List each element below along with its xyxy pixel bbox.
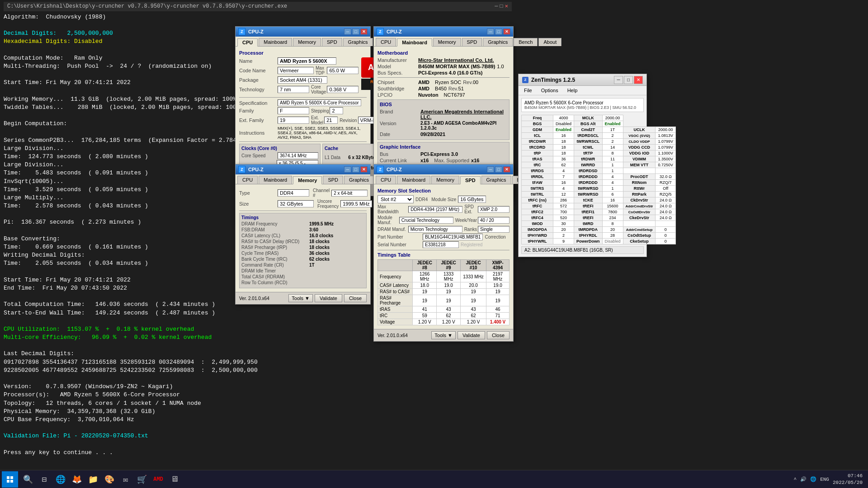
- tab-cpu-4[interactable]: CPU: [376, 176, 396, 184]
- max-tdp: 65.0 W: [327, 67, 359, 74]
- processor-section-title: Processor: [239, 50, 367, 56]
- cpuz-bottombar-4: Ver. 2.01.0.x64 Tools ▼ Validate Close: [374, 329, 513, 341]
- taskbar-mail[interactable]: ✉: [118, 472, 133, 487]
- cpuz-close-3[interactable]: ✕: [360, 166, 368, 173]
- spd-trc-j9: 62: [437, 313, 461, 319]
- taskbar-lang: ENG: [820, 477, 829, 482]
- tab-mainboard-4[interactable]: Mainboard: [397, 176, 430, 184]
- tab-memory-4[interactable]: Memory: [431, 176, 459, 184]
- gi-bus: PCI-Express 3.0: [420, 151, 458, 157]
- tab-bench-2[interactable]: Bench: [514, 38, 538, 46]
- zt-cpu-name: AMD Ryzen 5 5600X 6-Core Processor: [524, 100, 641, 105]
- zt-menu-options[interactable]: Options: [539, 87, 560, 94]
- tab-mainboard-3[interactable]: Mainboard: [259, 176, 292, 184]
- tools-btn-4[interactable]: Tools ▼: [431, 331, 456, 339]
- bios-brand[interactable]: American Megatrends International LLC.: [420, 109, 507, 120]
- terminal-line: CPU Base Frequency: 3,700,010,064 Hz: [4, 416, 512, 424]
- tools-btn-3[interactable]: Tools ▼: [288, 294, 313, 302]
- spd-cl-j9: 19.0: [437, 282, 461, 289]
- taskbar-network[interactable]: 🌐: [810, 476, 816, 482]
- cpuz-minimize-3[interactable]: ─: [344, 166, 351, 173]
- tab-memory-2[interactable]: Memory: [433, 38, 461, 46]
- close-btn-4[interactable]: Close: [487, 331, 509, 339]
- spd-cl-j10: 20.0: [461, 282, 486, 289]
- tab-cpu-2[interactable]: CPU: [376, 38, 396, 46]
- tab-about-2[interactable]: About: [538, 38, 561, 46]
- taskbar-extra[interactable]: 🖥: [167, 472, 182, 487]
- zt-maximize[interactable]: □: [624, 76, 633, 84]
- taskbar-tray-expand[interactable]: ^: [794, 477, 797, 482]
- zt-bottom-info: A2: BLM16G44C19U4B.M8FB1 (16GB, SR): [521, 246, 644, 254]
- mem-channel: 2 x 64-bit: [331, 190, 368, 197]
- tab-cpu-3[interactable]: CPU: [237, 176, 258, 184]
- taskbar-amd[interactable]: AMD: [151, 472, 165, 487]
- zt-minimize[interactable]: ─: [614, 76, 623, 84]
- terminal-line: Validation File: Pi - 20220520-074350.tx…: [4, 432, 512, 440]
- tab-memory-3[interactable]: Memory: [293, 176, 322, 184]
- cpuz-maximize-3[interactable]: □: [352, 166, 359, 173]
- mb-bus-specs: PCI-Express 4.0 (16.0 GT/s): [418, 70, 482, 75]
- taskbar-explorer[interactable]: 📁: [86, 472, 100, 487]
- tab-spd-4[interactable]: SPD: [460, 176, 481, 184]
- validate-btn-3[interactable]: Validate: [315, 294, 342, 302]
- taskbar-edge[interactable]: 🌐: [53, 472, 68, 487]
- cpuz-close-1[interactable]: ✕: [360, 28, 368, 35]
- dram-freq: 1999.5 MHz: [309, 221, 334, 226]
- cpuz-window-4: Z CPU-Z ─ □ ✕ CPU Mainboard Memory SPD G…: [373, 164, 514, 342]
- cpuz-tabs-4: CPU Mainboard Memory SPD Graphics Bench …: [374, 174, 513, 184]
- tab-graphics-4[interactable]: Graphics: [481, 176, 511, 184]
- slot-select[interactable]: Slot #2: [377, 195, 414, 203]
- ext-model: 21: [324, 117, 338, 124]
- tab-memory-1[interactable]: Memory: [293, 38, 321, 46]
- cpuz-maximize-4[interactable]: □: [495, 166, 502, 173]
- tab-spd-2[interactable]: SPD: [462, 38, 482, 46]
- tab-mainboard-2[interactable]: Mainboard: [397, 38, 432, 47]
- cpuz-maximize-1[interactable]: □: [352, 28, 359, 35]
- start-button[interactable]: [2, 471, 18, 488]
- zt-menu-help[interactable]: Help: [566, 87, 580, 94]
- taskbar-search[interactable]: 🔍: [21, 472, 35, 487]
- taskbar-volume[interactable]: 🔊: [800, 476, 807, 482]
- cpuz-close-2[interactable]: ✕: [503, 28, 510, 35]
- spd-rp-j8: 19: [413, 295, 437, 306]
- taskbar-store[interactable]: 🛒: [135, 472, 149, 487]
- week-year: 40 / 20: [478, 217, 509, 224]
- cpuz-minimize-1[interactable]: ─: [344, 28, 351, 35]
- tab-graphics-3[interactable]: Graphics: [344, 176, 374, 184]
- cpuz-maximize-2[interactable]: □: [495, 28, 502, 35]
- close-btn-3[interactable]: Close: [344, 294, 367, 302]
- zt-close[interactable]: ✕: [634, 76, 643, 84]
- taskbar-task-view[interactable]: ⊟: [37, 472, 52, 487]
- terminal-line: [4, 342, 512, 350]
- mb-manufacturer[interactable]: Micro-Star International Co. Ltd.: [418, 57, 494, 63]
- spd-section-title: Memory Slot Selection: [377, 188, 509, 193]
- spd-tras-j10: 43: [461, 306, 486, 313]
- tab-cpu-1[interactable]: CPU: [237, 38, 258, 47]
- tab-spd-3[interactable]: SPD: [323, 176, 343, 184]
- terminal-line: [4, 441, 512, 449]
- lpcio-name: NCT6797: [444, 92, 465, 98]
- taskbar-paint[interactable]: 🎨: [102, 472, 117, 487]
- tab-spd-1[interactable]: SPD: [322, 38, 342, 46]
- terminal-line: Processor(s): AMD Ryzen 5 5600X 6-Core P…: [4, 391, 512, 399]
- spd-rascas-xmp: 19: [486, 289, 509, 295]
- graphic-interface-title: Graphic Interface: [380, 144, 507, 150]
- cpuz-minimize-2[interactable]: ─: [487, 28, 494, 35]
- terminal-line: Topology: 12 threads, 6 cores / 1 socket…: [4, 399, 512, 408]
- bios-version: 2.E3 - AMD AGESA ComboAM4v2PI 1.2.0.3c: [420, 121, 507, 131]
- clock-time: 07:46: [833, 473, 863, 479]
- validate-btn-4[interactable]: Validate: [458, 331, 485, 339]
- taskbar-ie[interactable]: 🦊: [70, 472, 84, 487]
- col-header-jedec9: JEDEC #9: [437, 260, 461, 271]
- zt-menu-file[interactable]: File: [522, 87, 534, 94]
- cpuz-version-3: Ver. 2.01.0.x64: [239, 296, 269, 301]
- serial-number: E3381218: [423, 241, 459, 248]
- svg-rect-2: [7, 480, 9, 483]
- cpuz-close-4[interactable]: ✕: [503, 166, 510, 173]
- cpuz-minimize-4[interactable]: ─: [487, 166, 494, 173]
- tab-mainboard-1[interactable]: Mainboard: [259, 38, 292, 46]
- tab-graphics-1[interactable]: Graphics: [343, 38, 373, 46]
- timings-section-title: Timings: [241, 215, 364, 220]
- tab-graphics-2[interactable]: Graphics: [483, 38, 513, 46]
- clock-date: 2022/05/20: [833, 479, 863, 486]
